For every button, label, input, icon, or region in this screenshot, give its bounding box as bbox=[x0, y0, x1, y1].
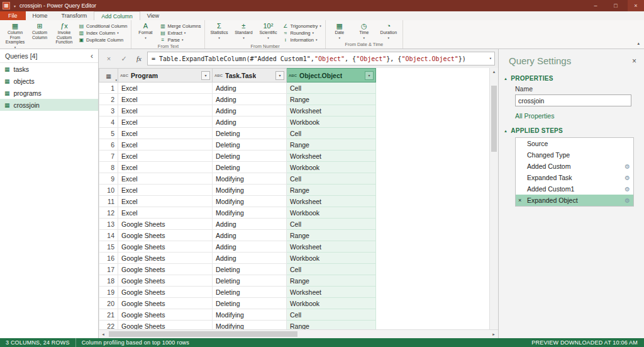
table-cell[interactable]: Range bbox=[287, 230, 376, 241]
table-cell[interactable]: Worksheet bbox=[287, 196, 376, 207]
merge-columns-button[interactable]: ▥Merge Columns bbox=[158, 23, 202, 29]
table-cell[interactable]: Excel bbox=[118, 173, 213, 185]
column-from-examples-button[interactable]: ▦Column From Examples▾ bbox=[4, 21, 26, 50]
row-number-cell[interactable]: 1 bbox=[99, 82, 118, 94]
expand-formula-caret-icon[interactable]: ▾ bbox=[489, 56, 492, 61]
row-number-cell[interactable]: 15 bbox=[99, 241, 118, 253]
step-settings-gear-icon[interactable]: ⚙ bbox=[625, 163, 630, 170]
all-properties-link[interactable]: All Properties bbox=[515, 112, 644, 120]
table-cell[interactable]: Adding bbox=[213, 82, 287, 94]
cancel-formula-button[interactable]: × bbox=[102, 55, 116, 62]
index-column-button[interactable]: ▥Index Column▾ bbox=[77, 30, 128, 36]
table-cell[interactable]: Excel bbox=[118, 105, 213, 117]
column-header-object-object[interactable]: ABCObject.Object▾ bbox=[287, 69, 376, 82]
applied-step-source[interactable]: Source bbox=[516, 138, 633, 149]
delete-step-icon[interactable]: × bbox=[518, 197, 521, 203]
row-number-cell[interactable]: 18 bbox=[99, 275, 118, 287]
table-cell[interactable]: Modifying bbox=[213, 196, 287, 207]
table-cell[interactable]: Workbook bbox=[287, 253, 376, 264]
table-cell[interactable]: Google Sheets bbox=[118, 287, 213, 298]
table-cell[interactable]: Deleting bbox=[213, 264, 287, 275]
tab-view[interactable]: View bbox=[140, 11, 166, 20]
table-cell[interactable]: Modifying bbox=[213, 309, 287, 321]
scroll-right-icon[interactable]: ▸ bbox=[489, 331, 498, 338]
time-button[interactable]: ◷Time▾ bbox=[353, 21, 375, 40]
table-cell[interactable]: Excel bbox=[118, 128, 213, 139]
table-cell[interactable]: Adding bbox=[213, 117, 287, 128]
tab-home[interactable]: Home bbox=[26, 11, 55, 20]
table-cell[interactable]: Adding bbox=[213, 105, 287, 117]
extract-button[interactable]: ▤Extract▾ bbox=[158, 30, 202, 36]
vertical-scrollbar-thumb[interactable] bbox=[491, 86, 497, 152]
horizontal-scrollbar[interactable]: ◂ ▸ bbox=[99, 329, 498, 338]
table-cell[interactable]: Adding bbox=[213, 241, 287, 253]
query-item-tasks[interactable]: ▦tasks bbox=[0, 63, 98, 75]
tab-file[interactable]: File bbox=[0, 11, 26, 20]
table-cell[interactable]: Excel bbox=[118, 117, 213, 128]
column-header-task-task[interactable]: ABCTask.Task▾ bbox=[213, 69, 287, 82]
table-cell[interactable]: Worksheet bbox=[287, 287, 376, 298]
table-cell[interactable]: Range bbox=[287, 139, 376, 151]
rounding-button[interactable]: ≈Rounding▾ bbox=[281, 30, 322, 36]
row-number-cell[interactable]: 16 bbox=[99, 253, 118, 264]
table-cell[interactable]: Worksheet bbox=[287, 151, 376, 162]
row-number-cell[interactable]: 20 bbox=[99, 298, 118, 309]
accept-formula-button[interactable]: ✓ bbox=[117, 55, 131, 63]
filter-button[interactable]: ▾ bbox=[201, 71, 210, 80]
standard-button[interactable]: ±Standard▾ bbox=[232, 21, 255, 40]
table-cell[interactable]: Google Sheets bbox=[118, 264, 213, 275]
query-item-objects[interactable]: ▦objects bbox=[0, 75, 98, 87]
conditional-column-button[interactable]: ▤Conditional Column bbox=[77, 23, 128, 29]
table-cell[interactable]: Google Sheets bbox=[118, 230, 213, 241]
row-number-cell[interactable]: 12 bbox=[99, 207, 118, 219]
custom-column-button[interactable]: ⊞Custom Column bbox=[28, 21, 51, 40]
applied-step-expanded-object[interactable]: ×Expanded Object⚙ bbox=[516, 195, 633, 206]
table-cell[interactable]: Excel bbox=[118, 185, 213, 196]
row-number-cell[interactable]: 8 bbox=[99, 162, 118, 173]
table-cell[interactable]: Worksheet bbox=[287, 105, 376, 117]
row-number-cell[interactable]: 19 bbox=[99, 287, 118, 298]
table-cell[interactable]: Google Sheets bbox=[118, 219, 213, 230]
table-cell[interactable]: Cell bbox=[287, 309, 376, 321]
parse-button[interactable]: ≡Parse▾ bbox=[158, 37, 202, 43]
trigonometry-button[interactable]: ∠Trigonometry▾ bbox=[281, 23, 322, 29]
properties-section-header[interactable]: ▲ PROPERTIES bbox=[504, 75, 638, 82]
table-cell[interactable]: Excel bbox=[118, 162, 213, 173]
minimize-button[interactable]: – bbox=[587, 0, 604, 11]
table-cell[interactable]: Modifying bbox=[213, 173, 287, 185]
query-name-input[interactable] bbox=[515, 94, 631, 106]
statistics-button[interactable]: ΣStatistics▾ bbox=[208, 21, 230, 40]
table-cell[interactable]: Workbook bbox=[287, 298, 376, 309]
row-number-cell[interactable]: 4 bbox=[99, 117, 118, 128]
row-number-cell[interactable]: 5 bbox=[99, 128, 118, 139]
grid-corner-cell[interactable]: ▦▾ bbox=[99, 69, 118, 82]
table-cell[interactable]: Cell bbox=[287, 264, 376, 275]
row-number-cell[interactable]: 3 bbox=[99, 105, 118, 117]
table-cell[interactable]: Adding bbox=[213, 230, 287, 241]
column-header-program[interactable]: ABCProgram▾ bbox=[118, 69, 213, 82]
table-cell[interactable]: Excel bbox=[118, 196, 213, 207]
table-cell[interactable]: Excel bbox=[118, 139, 213, 151]
table-cell[interactable]: Range bbox=[287, 185, 376, 196]
row-number-cell[interactable]: 21 bbox=[99, 309, 118, 321]
filter-button[interactable]: ▾ bbox=[365, 71, 374, 80]
applied-step-added-custom[interactable]: Added Custom⚙ bbox=[516, 161, 633, 172]
date-button[interactable]: ▦Date▾ bbox=[328, 21, 351, 40]
table-cell[interactable]: Modifying bbox=[213, 185, 287, 196]
table-cell[interactable]: Excel bbox=[118, 82, 213, 94]
filter-button[interactable]: ▾ bbox=[275, 71, 284, 80]
table-cell[interactable]: Workbook bbox=[287, 207, 376, 219]
applied-step-changed-type[interactable]: Changed Type bbox=[516, 149, 633, 161]
table-cell[interactable]: Deleting bbox=[213, 128, 287, 139]
quick-access-caret-icon[interactable]: ▾ bbox=[14, 4, 16, 8]
scroll-up-icon[interactable]: ▴ bbox=[490, 68, 498, 76]
table-cell[interactable]: Cell bbox=[287, 82, 376, 94]
table-cell[interactable]: Workbook bbox=[287, 117, 376, 128]
table-cell[interactable]: Cell bbox=[287, 173, 376, 185]
table-cell[interactable]: Excel bbox=[118, 151, 213, 162]
invoke-custom-function-button[interactable]: ƒxInvoke Custom Function bbox=[53, 21, 75, 45]
table-cell[interactable]: Deleting bbox=[213, 275, 287, 287]
row-number-cell[interactable]: 2 bbox=[99, 94, 118, 105]
table-cell[interactable]: Adding bbox=[213, 253, 287, 264]
collapse-ribbon-icon[interactable]: ▴ bbox=[637, 41, 640, 46]
